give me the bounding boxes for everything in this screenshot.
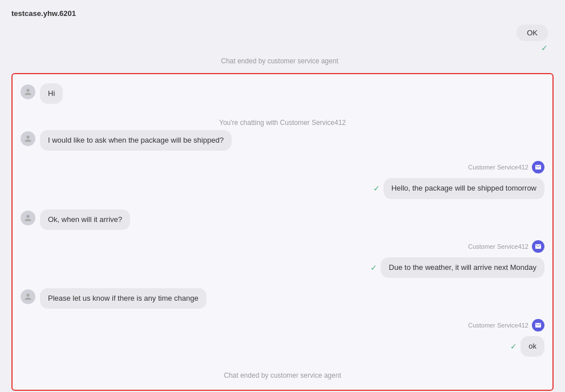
delivered-icon: ✓ xyxy=(370,263,377,272)
agent-label: Customer Service412 xyxy=(468,161,544,173)
list-item: Ok, when will it arrive? xyxy=(21,209,544,230)
agent-avatar xyxy=(532,319,544,332)
agent-label: Customer Service412 xyxy=(468,240,544,253)
page-title: testcase.yhw.6201 xyxy=(11,9,554,18)
list-item: Hi xyxy=(21,83,544,104)
list-item: Please let us know if there is any time … xyxy=(21,288,544,309)
pre-ok-bubble: OK xyxy=(516,25,548,41)
system-label-ended: Chat ended by customer service agent xyxy=(21,371,544,379)
list-item: Customer Service412 ✓ Hello, the package… xyxy=(21,161,544,199)
right-bubble-row: ✓ Hello, the package will be shipped tom… xyxy=(373,178,544,199)
agent-name: Customer Service412 xyxy=(468,243,528,250)
agent-name: Customer Service412 xyxy=(468,322,528,329)
avatar xyxy=(21,131,35,146)
agent-label: Customer Service412 xyxy=(468,319,544,332)
delivered-icon: ✓ xyxy=(510,342,517,351)
right-message-wrap: Customer Service412 ✓ Due to the weather… xyxy=(370,240,544,278)
message-bubble: Please let us know if there is any time … xyxy=(40,288,207,309)
message-bubble: I would like to ask when the package wil… xyxy=(40,130,232,151)
agent-avatar xyxy=(532,161,544,173)
message-bubble: Hello, the package will be shipped tomor… xyxy=(384,178,544,199)
chat-box: Hi You're chatting with Customer Service… xyxy=(11,73,554,391)
right-bubble-row: ✓ Due to the weather, it will arrive nex… xyxy=(370,257,544,278)
avatar xyxy=(21,84,35,99)
avatar xyxy=(21,211,35,225)
pre-check-row: ✓ xyxy=(541,43,548,52)
message-bubble: Hi xyxy=(40,83,63,104)
avatar xyxy=(21,289,35,304)
right-message-wrap: Customer Service412 ✓ Hello, the package… xyxy=(373,161,544,199)
pre-system-label: Chat ended by customer service agent xyxy=(11,57,548,65)
agent-name: Customer Service412 xyxy=(468,164,528,171)
message-bubble: ok xyxy=(520,336,544,357)
message-bubble: Ok, when will it arrive? xyxy=(40,209,130,230)
agent-avatar xyxy=(532,240,544,253)
list-item: Customer Service412 ✓ ok xyxy=(21,319,544,357)
pre-ok-message: OK xyxy=(516,25,548,41)
message-bubble: Due to the weather, it will arrive next … xyxy=(381,257,544,278)
delivered-icon: ✓ xyxy=(373,184,380,193)
pre-chat-area: OK ✓ Chat ended by customer service agen… xyxy=(11,25,554,68)
right-bubble-row: ✓ ok xyxy=(510,336,544,357)
system-label-chatting: You're chatting with Customer Service412 xyxy=(21,119,544,127)
right-message-wrap: Customer Service412 ✓ ok xyxy=(468,319,544,357)
list-item: Customer Service412 ✓ Due to the weather… xyxy=(21,240,544,278)
check-icon: ✓ xyxy=(541,43,548,52)
list-item: I would like to ask when the package wil… xyxy=(21,130,544,151)
